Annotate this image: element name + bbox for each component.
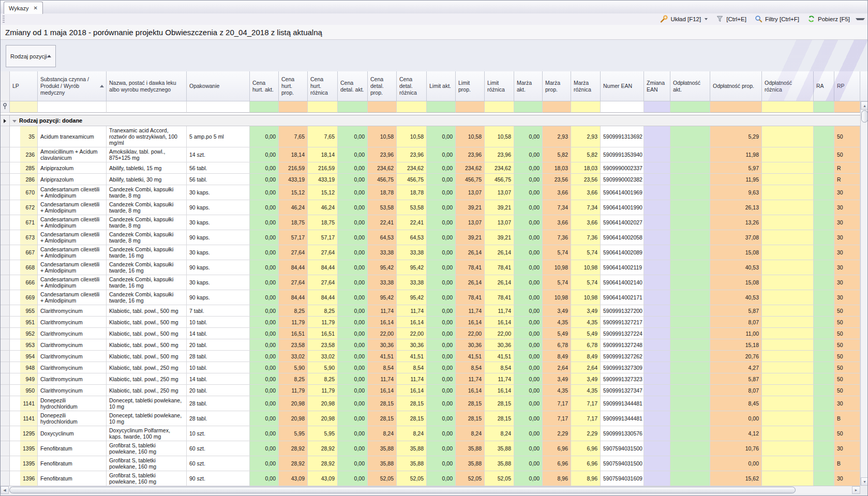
cell-opakowanie[interactable]: 30 kaps. bbox=[187, 215, 250, 230]
cell-cena_detal_prop[interactable]: 11,74 bbox=[368, 305, 397, 317]
cell-zmiana_ean[interactable] bbox=[644, 230, 670, 245]
cell-odplatnosc_roznica[interactable] bbox=[762, 426, 814, 441]
cell-odplatnosc_akt[interactable] bbox=[670, 317, 710, 328]
cell-cena_hurt_roznica[interactable]: 5,95 bbox=[308, 426, 338, 441]
scroll-right-icon[interactable]: ► bbox=[852, 486, 860, 494]
cell-lp[interactable]: 672 bbox=[20, 200, 38, 215]
cell-lp[interactable]: 948 bbox=[20, 362, 38, 373]
cell-limit_roznica[interactable]: 26,14 bbox=[485, 275, 514, 290]
filter-cell-cena_detal_akt[interactable] bbox=[338, 101, 368, 113]
cell-cena_hurt_prop[interactable]: 8,25 bbox=[279, 305, 308, 317]
cell-numer_ean[interactable]: 5906414002058 bbox=[601, 230, 644, 245]
cell-nazwa[interactable]: Abilify, tabletki, 30 mg bbox=[107, 174, 187, 185]
cell-cena_hurt_roznica[interactable]: 5,90 bbox=[308, 362, 338, 373]
uklad-button[interactable]: Układ [F12] bbox=[656, 14, 711, 24]
cell-cena_detal_roznica[interactable]: 95,42 bbox=[397, 290, 427, 305]
cell-nazwa[interactable]: Candezek Combi, kapsułki twarde, 8 mg bbox=[107, 230, 187, 245]
cell-opakowanie[interactable]: 20 tabl. bbox=[187, 385, 250, 396]
cell-marza_roznica[interactable]: 7,34 bbox=[571, 200, 601, 215]
cell-odplatnosc_akt[interactable] bbox=[670, 328, 710, 339]
cell-limit_roznica[interactable]: 28,15 bbox=[485, 411, 514, 426]
cell-limit_roznica[interactable]: 8,24 bbox=[485, 426, 514, 441]
cell-cena_hurt_roznica[interactable]: 11,79 bbox=[308, 385, 338, 396]
cell-odplatnosc_prop[interactable]: 0,00 bbox=[710, 411, 762, 426]
cell-nazwa[interactable]: Klabiotic, tabl. powl., 250 mg bbox=[107, 362, 187, 373]
cell-limit_akt[interactable]: 0,00 bbox=[427, 147, 456, 162]
cell-cena_hurt_akt[interactable]: 0,00 bbox=[250, 396, 279, 411]
cell-opakowanie[interactable]: 56 tabl. bbox=[187, 174, 250, 185]
cell-marza_prop[interactable]: 7,17 bbox=[543, 411, 571, 426]
cell-substancja[interactable]: Doxycyclinum bbox=[38, 426, 107, 441]
cell-opakowanie[interactable]: 90 kaps. bbox=[187, 290, 250, 305]
cell-zmiana_ean[interactable] bbox=[644, 373, 670, 385]
cell-cena_hurt_prop[interactable]: 5,95 bbox=[279, 426, 308, 441]
cell-cena_detal_akt[interactable]: 0,00 bbox=[338, 305, 368, 317]
cell-zmiana_ean[interactable] bbox=[644, 147, 670, 162]
cell-cena_hurt_roznica[interactable]: 16,51 bbox=[308, 328, 338, 339]
filtry-button[interactable]: Filtry [Ctrl+F] bbox=[751, 14, 803, 24]
cell-odplatnosc_prop[interactable]: 26,13 bbox=[710, 200, 762, 215]
cell-cena_detal_roznica[interactable]: 33,38 bbox=[397, 275, 427, 290]
cell-numer_ean[interactable]: 5909991327200 bbox=[601, 305, 644, 317]
cell-substancja[interactable]: Clarithromycinum bbox=[38, 328, 107, 339]
cell-ra[interactable] bbox=[814, 351, 834, 362]
cell-odplatnosc_akt[interactable] bbox=[670, 456, 710, 471]
cell-cena_detal_prop[interactable]: 35,88 bbox=[368, 441, 397, 456]
cell-ra[interactable] bbox=[814, 339, 834, 351]
cell-opakowanie[interactable]: 28 tabl. bbox=[187, 351, 250, 362]
cell-odplatnosc_akt[interactable] bbox=[670, 185, 710, 200]
cell-cena_detal_roznica[interactable]: 95,42 bbox=[397, 260, 427, 275]
cell-limit_prop[interactable]: 23,96 bbox=[456, 147, 485, 162]
cell-limit_roznica[interactable]: 41,51 bbox=[485, 351, 514, 362]
cell-odplatnosc_akt[interactable] bbox=[670, 200, 710, 215]
cell-nazwa[interactable]: Candezek Combi, kapsułki twarde, 8 mg bbox=[107, 200, 187, 215]
filter-cell-marza_prop[interactable] bbox=[543, 101, 571, 113]
cell-cena_detal_prop[interactable]: 30,36 bbox=[368, 339, 397, 351]
scroll-left-icon[interactable]: ◀ bbox=[1, 486, 9, 494]
cell-marza_akt[interactable]: 0,00 bbox=[514, 174, 543, 185]
cell-cena_hurt_roznica[interactable]: 20,98 bbox=[308, 396, 338, 411]
cell-odplatnosc_roznica[interactable] bbox=[762, 411, 814, 426]
cell-odplatnosc_prop[interactable]: 5,87 bbox=[710, 305, 762, 317]
cell-odplatnosc_prop[interactable]: 8,07 bbox=[710, 385, 762, 396]
cell-ra[interactable] bbox=[814, 317, 834, 328]
cell-cena_hurt_prop[interactable]: 23,58 bbox=[279, 339, 308, 351]
cell-cena_detal_roznica[interactable]: 22,41 bbox=[397, 215, 427, 230]
cell-odplatnosc_roznica[interactable] bbox=[762, 351, 814, 362]
cell-ra[interactable] bbox=[814, 245, 834, 260]
cell-limit_roznica[interactable]: 456,75 bbox=[485, 174, 514, 185]
cell-marza_prop[interactable]: 10,98 bbox=[543, 290, 571, 305]
cell-substancja[interactable]: Aripiprazolum bbox=[38, 162, 107, 174]
cell-odplatnosc_prop[interactable]: 5,97 bbox=[710, 162, 762, 174]
cell-cena_hurt_akt[interactable]: 0,00 bbox=[250, 328, 279, 339]
cell-nazwa[interactable]: Candezek Combi, kapsułki twarde, 16 mg bbox=[107, 245, 187, 260]
scroll-down-icon[interactable]: ▼ bbox=[861, 477, 868, 486]
cell-opakowanie[interactable]: 10 szt. bbox=[187, 426, 250, 441]
cell-substancja[interactable]: Candesartanum cilexetili + Amlodipinum bbox=[38, 275, 107, 290]
cell-cena_detal_prop[interactable]: 18,78 bbox=[368, 185, 397, 200]
cell-opakowanie[interactable]: 30 kaps. bbox=[187, 185, 250, 200]
cell-nazwa[interactable]: Grofibrat S, tabletki powlekane, 160 mg bbox=[107, 441, 187, 456]
cell-limit_akt[interactable]: 0,00 bbox=[427, 362, 456, 373]
cell-cena_hurt_prop[interactable]: 33,02 bbox=[279, 351, 308, 362]
cell-ra[interactable] bbox=[814, 385, 834, 396]
cell-limit_prop[interactable]: 13,07 bbox=[456, 215, 485, 230]
cell-cena_detal_akt[interactable]: 0,00 bbox=[338, 351, 368, 362]
cell-cena_hurt_akt[interactable]: 0,00 bbox=[250, 162, 279, 174]
cell-substancja[interactable]: Candesartanum cilexetili + Amlodipinum bbox=[38, 290, 107, 305]
cell-marza_roznica[interactable]: 4,35 bbox=[571, 385, 601, 396]
cell-odplatnosc_akt[interactable] bbox=[670, 441, 710, 456]
column-header-odplatnosc_prop[interactable]: Odpłatność prop. bbox=[710, 71, 762, 101]
cell-marza_prop[interactable]: 5,82 bbox=[543, 147, 571, 162]
cell-zmiana_ean[interactable] bbox=[644, 471, 670, 486]
cell-cena_detal_prop[interactable]: 8,24 bbox=[368, 426, 397, 441]
cell-marza_roznica[interactable]: 2,64 bbox=[571, 362, 601, 373]
column-header-substancja[interactable]: Substancja czynna / Produkt / Wyrób medy… bbox=[38, 71, 107, 101]
filter-cell-zmiana_ean[interactable] bbox=[644, 101, 670, 113]
cell-odplatnosc_roznica[interactable] bbox=[762, 290, 814, 305]
cell-marza_prop[interactable]: 2,93 bbox=[543, 126, 571, 147]
cell-cena_detal_akt[interactable]: 0,00 bbox=[338, 385, 368, 396]
cell-odplatnosc_roznica[interactable] bbox=[762, 215, 814, 230]
cell-opakowanie[interactable]: 90 kaps. bbox=[187, 260, 250, 275]
filter-cell-odplatnosc_prop[interactable] bbox=[710, 101, 762, 113]
